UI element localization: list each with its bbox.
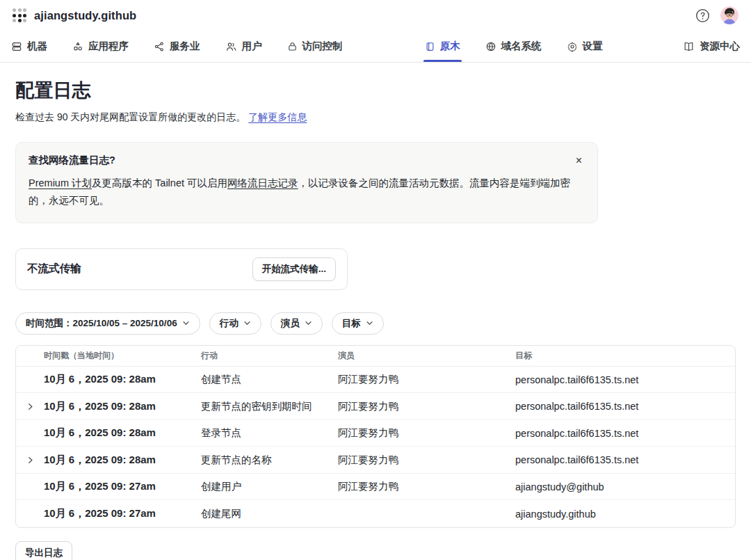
main-nav: 机器 应用程序 服务业 用户 访问控制 原木 域名系统 设置 — [0, 31, 751, 63]
col-actor: 演员 — [338, 350, 515, 362]
users-icon — [225, 41, 237, 52]
log-timestamp: 10月 6，2025 09: 28am — [44, 400, 201, 413]
col-target: 目标 — [515, 350, 735, 362]
export-logs-button[interactable]: 导出日志 — [15, 541, 72, 560]
nav-item-services[interactable]: 服务业 — [154, 31, 200, 62]
network-flow-logging-link[interactable]: 网络流日志记录 — [227, 177, 298, 189]
table-row[interactable]: 10月 6，2025 09: 28am更新节点的名称阿江要努力鸭personal… — [16, 447, 735, 474]
actor-filter[interactable]: 演员 — [270, 312, 323, 335]
time-range-label: 时间范围：2025/10/05 – 2025/10/06 — [26, 317, 177, 330]
apps-icon — [72, 41, 83, 52]
table-row: 10月 6，2025 09: 28am创建节点阿江要努力鸭personalpc.… — [16, 367, 735, 394]
nav-item-logs[interactable]: 原木 — [425, 31, 460, 62]
logs-icon — [425, 41, 435, 52]
log-timestamp: 10月 6，2025 09: 27am — [44, 507, 201, 520]
services-icon — [154, 41, 165, 52]
chevron-down-icon — [182, 319, 190, 327]
nav-label-access: 用户 — [242, 40, 262, 53]
tailnet-name: ajiangstudy.github — [34, 9, 136, 22]
log-target: personalpc.tail6f6135.ts.net — [515, 401, 735, 412]
page-title: 配置日志 — [15, 78, 736, 103]
nav-item-dns[interactable]: 域名系统 — [485, 31, 542, 62]
log-actor: 阿江要努力鸭 — [338, 400, 515, 413]
row-expand-chevron-icon[interactable] — [16, 456, 44, 464]
chevron-down-icon — [366, 319, 373, 327]
nav-label-access-controls: 访问控制 — [302, 40, 343, 53]
nav-label-services: 服务业 — [170, 40, 200, 53]
log-timestamp: 10月 6，2025 09: 28am — [44, 373, 201, 386]
banner-text-1: 及更高版本的 Tailnet 可以启用 — [92, 177, 227, 189]
nav-item-users[interactable]: 用户 — [225, 31, 262, 62]
log-action: 更新节点的密钥到期时间 — [201, 400, 338, 413]
actor-filter-label: 演员 — [281, 317, 300, 330]
page-subtitle: 检查过去 90 天内对尾网配置设置所做的更改的日志。 了解更多信息 — [15, 111, 736, 124]
log-actor: 阿江要努力鸭 — [338, 373, 515, 386]
chevron-down-icon — [243, 319, 251, 327]
gear-icon — [567, 41, 578, 52]
network-flow-logs-banner: 查找网络流量日志? × Premium 计划及更高版本的 Tailnet 可以启… — [15, 142, 598, 223]
tailnet-switcher[interactable]: ajiangstudy.github — [13, 8, 136, 22]
col-action: 行动 — [201, 350, 338, 362]
log-action: 创建用户 — [201, 480, 338, 493]
nav-item-apps[interactable]: 应用程序 — [72, 31, 129, 62]
log-actor: 阿江要努力鸭 — [338, 426, 515, 440]
globe-icon — [485, 41, 496, 52]
log-actor: 阿江要努力鸭 — [338, 480, 515, 493]
table-row: 10月 6，2025 09: 28am登录节点阿江要努力鸭personalpc.… — [16, 420, 735, 447]
table-header-row: 时间戳（当地时间） 行动 演员 目标 — [16, 346, 735, 367]
log-actor: 阿江要努力鸭 — [338, 454, 515, 467]
log-filters: 时间范围：2025/10/05 – 2025/10/06 行动 演员 目标 — [15, 312, 736, 335]
tailscale-logo-icon — [13, 8, 26, 22]
log-action: 创建节点 — [201, 373, 338, 386]
streaming-status-card: 不流式传输 开始流式传输... — [15, 248, 348, 290]
nav-label-logs: 原木 — [440, 40, 460, 53]
target-filter-label: 目标 — [342, 317, 361, 330]
nav-label-settings: 设置 — [583, 40, 603, 53]
log-action: 更新节点的名称 — [201, 454, 338, 467]
premium-plan-link[interactable]: Premium 计划 — [29, 177, 92, 189]
nav-label-apps: 应用程序 — [88, 40, 129, 53]
start-streaming-button[interactable]: 开始流式传输... — [252, 257, 336, 281]
log-action: 登录节点 — [201, 426, 338, 440]
log-timestamp: 10月 6，2025 09: 27am — [44, 480, 201, 493]
nav-item-machines[interactable]: 机器 — [11, 31, 47, 62]
config-log-table: 时间戳（当地时间） 行动 演员 目标 10月 6，2025 09: 28am创建… — [15, 345, 736, 528]
log-target: personalpc.tail6f6135.ts.net — [515, 374, 735, 385]
chevron-down-icon — [305, 319, 312, 327]
machines-icon — [11, 41, 22, 52]
open-book-icon — [683, 41, 695, 52]
log-action: 创建尾网 — [201, 507, 338, 520]
log-target: personalpc.tail6f6135.ts.net — [515, 428, 735, 439]
log-timestamp: 10月 6，2025 09: 28am — [44, 426, 201, 440]
topbar: ajiangstudy.github — [0, 0, 751, 31]
table-row: 10月 6，2025 09: 27am创建用户阿江要努力鸭ajiangstudy… — [16, 474, 735, 501]
time-range-filter[interactable]: 时间范围：2025/10/05 – 2025/10/06 — [15, 312, 200, 335]
log-table-body: 10月 6，2025 09: 28am创建节点阿江要努力鸭personalpc.… — [16, 367, 735, 527]
table-row: 10月 6，2025 09: 27am创建尾网ajiangstudy.githu… — [16, 500, 735, 527]
action-filter-label: 行动 — [220, 317, 239, 330]
subtitle-text: 检查过去 90 天内对尾网配置设置所做的更改的日志。 — [15, 111, 245, 122]
learn-more-link[interactable]: 了解更多信息 — [248, 111, 307, 122]
col-timestamp: 时间戳（当地时间） — [44, 350, 201, 362]
lock-icon — [287, 41, 298, 52]
nav-label-machines: 机器 — [27, 40, 47, 53]
help-icon[interactable] — [694, 7, 711, 24]
log-timestamp: 10月 6，2025 09: 28am — [44, 454, 201, 467]
banner-title: 查找网络流量日志? — [29, 154, 115, 167]
row-expand-chevron-icon[interactable] — [16, 403, 44, 410]
nav-item-resource-center[interactable]: 资源中心 — [683, 31, 740, 62]
user-avatar[interactable] — [720, 6, 738, 24]
nav-item-settings[interactable]: 设置 — [567, 31, 603, 62]
table-row[interactable]: 10月 6，2025 09: 28am更新节点的密钥到期时间阿江要努力鸭pers… — [16, 393, 735, 420]
banner-body: Premium 计划及更高版本的 Tailnet 可以启用网络流日志记录，以记录… — [29, 175, 578, 210]
close-icon[interactable]: × — [573, 154, 585, 168]
nav-label-dns: 域名系统 — [501, 40, 542, 53]
target-filter[interactable]: 目标 — [332, 312, 384, 335]
action-filter[interactable]: 行动 — [209, 312, 261, 335]
nav-label-resource-center: 资源中心 — [700, 40, 740, 53]
nav-item-access-controls[interactable]: 访问控制 — [287, 31, 343, 62]
log-target: ajiangstudy.github — [515, 509, 735, 520]
log-target: ajiangstudy@github — [515, 481, 735, 493]
streaming-status: 不流式传输 — [27, 262, 81, 276]
log-target: personalpc.tail6f6135.ts.net — [515, 454, 735, 465]
